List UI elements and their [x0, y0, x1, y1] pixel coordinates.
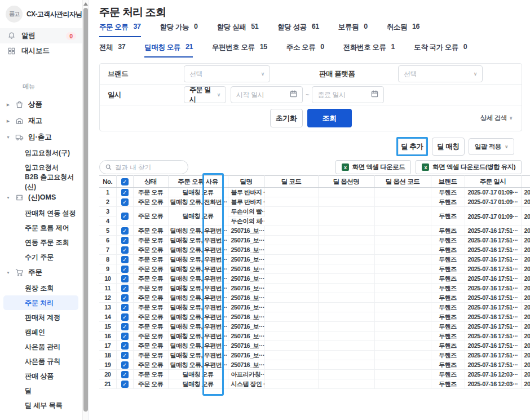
excel-download-label: 화면 엑셀 다운로드 — [352, 163, 405, 171]
sidebar-subitem[interactable]: 수기 주문 — [0, 250, 83, 264]
excel-download-button[interactable]: x 화면 엑셀 다운로드 — [335, 160, 411, 174]
scrollbar-thumb[interactable] — [83, 8, 88, 412]
excel-download-merge-button[interactable]: x 화면 엑셀 다운로드(병합 유지) — [416, 160, 522, 174]
sidebar-item-1[interactable]: ▶상품 — [0, 96, 83, 113]
sidebar-header: 품고 CX-고객사관리자님 « — [0, 0, 83, 28]
platform-select[interactable]: 선택 ∨ — [398, 65, 483, 82]
excel-icon: x — [422, 163, 429, 171]
tab-error-type[interactable]: 도착 국가 오류0 — [414, 43, 467, 58]
scrollbar-up-arrow[interactable] — [83, 2, 88, 6]
add-deal-button[interactable]: 딜 추가 — [398, 139, 426, 154]
row-checkbox[interactable]: ✓ — [121, 361, 129, 369]
row-checkbox[interactable]: ✓ — [121, 313, 129, 321]
select-all-checkbox[interactable]: ✓ — [121, 178, 129, 185]
start-date-field[interactable]: 시작 일시 — [231, 86, 303, 103]
row-checkbox[interactable]: ✓ — [121, 227, 129, 235]
row-checkbox[interactable]: ✓ — [121, 352, 129, 359]
brand-cell: 두핸즈 — [431, 303, 465, 312]
sidebar-item-dashboard[interactable]: 대시보드 — [0, 43, 83, 59]
error-reason-cell: 딜매칭 오류 — [168, 379, 228, 389]
sidebar-item-label: 상품 — [28, 100, 42, 109]
tab-status[interactable]: 할당 실패51 — [217, 23, 259, 37]
sidebar: 품고 CX-고객사관리자님 « 알림 0 대시보드 메뉴 ▶상품▶재고▼입·출고… — [0, 0, 89, 420]
row-checkbox-cell: ✓ — [116, 188, 133, 197]
search-button[interactable]: 조회 — [307, 109, 352, 127]
filter-row-date: 일시 주문 일시 ∨ 시작 일시 ~ 종료 일시 — [100, 85, 522, 105]
calendar-icon[interactable] — [371, 90, 378, 99]
row-checkbox[interactable]: ✓ — [121, 285, 129, 292]
deal-option-code-cell — [374, 293, 431, 303]
bulk-apply-dropdown[interactable]: 일괄 적용 ∨ — [469, 138, 514, 155]
row-checkbox[interactable]: ✓ — [121, 256, 129, 263]
deal-option-code-cell — [374, 331, 431, 341]
sidebar-subitem[interactable]: 사은품 관리 — [0, 339, 83, 354]
tab-status[interactable]: 보류됨0 — [338, 23, 368, 37]
sidebar-subitem[interactable]: 판매 상품 — [0, 369, 83, 383]
tab-status[interactable]: 할당 성공61 — [277, 23, 319, 37]
row-checkbox[interactable]: ✓ — [121, 213, 129, 220]
sidebar-subitem[interactable]: 주문 흐름 제어 — [0, 220, 83, 235]
tab-error-type-active[interactable]: 딜매칭 오류21 — [144, 43, 193, 58]
row-number-cell: 21 — [99, 379, 116, 389]
row-checkbox[interactable]: ✓ — [121, 333, 129, 340]
error-reason-cell: 딜매칭 오류, 우편번··· — [168, 341, 228, 351]
tab-status[interactable]: 할당 가능0 — [160, 23, 198, 37]
tab-error-type[interactable]: 전화번호 오류1 — [343, 43, 395, 58]
row-checkbox[interactable]: ✓ — [121, 237, 129, 244]
column-header: 브랜드 — [431, 176, 465, 188]
sidebar-subitem[interactable]: 입고요청서(구) — [0, 145, 83, 160]
order-date-cell: 2025-07-16 17:51··· — [465, 293, 521, 303]
deal-option-name-cell — [318, 188, 374, 197]
row-checkbox[interactable]: ✓ — [121, 189, 129, 196]
sidebar-subitem[interactable]: 딜 세부 목록 — [0, 398, 83, 413]
deal-name-cell: 250716_보··· — [228, 284, 264, 293]
row-checkbox-cell: ✓ — [116, 236, 133, 245]
start-date-placeholder: 시작 일시 — [236, 90, 264, 100]
row-checkbox[interactable]: ✓ — [121, 381, 129, 388]
sidebar-subitem[interactable]: 원장 조회 — [0, 281, 83, 295]
sidebar-item-4[interactable]: ▼(신)OMS — [0, 189, 83, 206]
row-checkbox[interactable]: ✓ — [121, 304, 129, 311]
tab-error-type[interactable]: 전체37 — [99, 43, 125, 58]
row-checkbox[interactable]: ✓ — [121, 266, 129, 273]
advanced-search-toggle[interactable]: 상세 검색 ∨ — [480, 114, 513, 122]
sidebar-subitem[interactable]: 연동 주문 조회 — [0, 235, 83, 250]
sidebar-subitem[interactable]: B2B 출고요청서(신) — [0, 175, 83, 189]
reset-button[interactable]: 초기화 — [270, 109, 303, 127]
deal-option-code-cell — [374, 379, 431, 389]
sidebar-subitem[interactable]: 딜 — [0, 383, 83, 398]
end-date-field[interactable]: 종료 일시 — [312, 86, 384, 103]
match-deal-button[interactable]: 딜 매칭 — [432, 138, 465, 156]
table-row: 2✓주문 오류딜매칭 오류, 전화번···블루 반바지 ···두핸즈2025-0… — [99, 197, 530, 207]
tab-status-active[interactable]: 주문 오류37 — [99, 23, 141, 37]
tab-status[interactable]: 취소됨16 — [387, 23, 419, 37]
sidebar-item-5[interactable]: ▼주문 — [0, 264, 83, 281]
deal-name-cell: 250716_보··· — [228, 264, 264, 274]
row-checkbox[interactable]: ✓ — [121, 371, 129, 378]
sidebar-subitem[interactable]: 판매처 연동 설정 — [0, 206, 83, 220]
row-checkbox[interactable]: ✓ — [121, 198, 129, 206]
sidebar-item-2[interactable]: ▶재고 — [0, 113, 83, 129]
sidebar-item-notifications[interactable]: 알림 0 — [0, 28, 83, 43]
row-checkbox[interactable]: ✓ — [121, 246, 129, 254]
sidebar-scrollbar[interactable] — [82, 0, 88, 420]
sidebar-subitem[interactable]: 캠페인 — [0, 325, 83, 339]
tab-error-type[interactable]: 우편번호 오류15 — [212, 43, 267, 58]
row-checkbox[interactable]: ✓ — [121, 323, 129, 330]
error-reason-cell: 딜매칭 오류, 우편번··· — [168, 322, 228, 331]
tab-error-type[interactable]: 주소 오류0 — [286, 43, 324, 58]
calendar-icon[interactable] — [290, 90, 297, 99]
row-checkbox[interactable]: ✓ — [121, 342, 129, 350]
sidebar-subitem-selected[interactable]: 주문 처리 — [3, 295, 78, 310]
row-checkbox[interactable]: ✓ — [121, 275, 129, 282]
tab-label: 도착 국가 오류 — [414, 43, 458, 54]
sidebar-subitem[interactable]: 사은품 규칙 — [0, 354, 83, 369]
sidebar-subitem[interactable]: 판매처 계정 — [0, 310, 83, 325]
find-in-results[interactable] — [99, 160, 188, 174]
find-input[interactable] — [115, 164, 182, 171]
sidebar-item-3[interactable]: ▼입·출고 — [0, 129, 83, 145]
brand-select[interactable]: 선택 ∨ — [184, 65, 270, 82]
column-header: 주문 일시 — [465, 176, 521, 188]
date-type-select[interactable]: 주문 일시 ∨ — [184, 86, 226, 103]
row-checkbox[interactable]: ✓ — [121, 294, 129, 302]
